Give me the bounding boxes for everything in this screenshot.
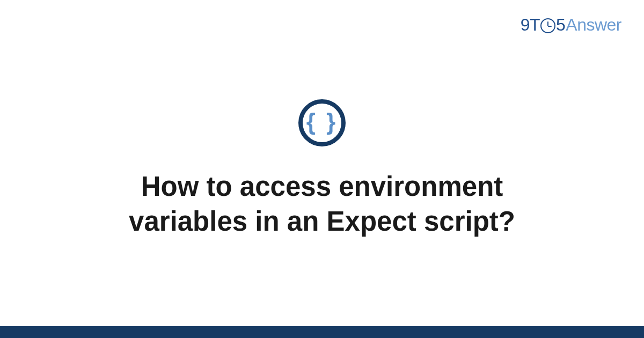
footer-bar	[0, 326, 644, 338]
main-content: { } How to access environment variables …	[0, 0, 644, 317]
question-title: How to access environment variables in a…	[80, 169, 564, 239]
code-braces-icon: { }	[306, 110, 338, 134]
category-badge: { }	[298, 99, 346, 146]
